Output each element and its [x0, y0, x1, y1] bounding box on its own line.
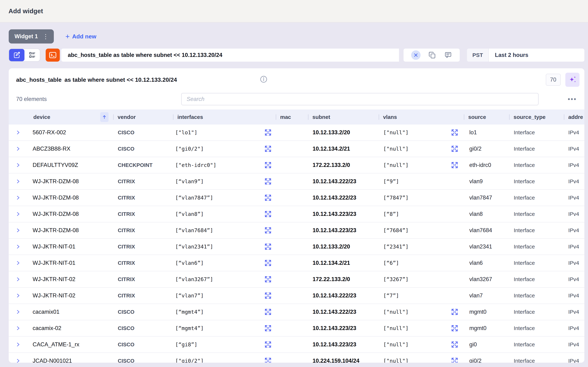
cell-device: CACA_ATME-1_rx	[29, 337, 113, 352]
result-count-badge[interactable]: 70	[546, 74, 561, 86]
expand-arrows-icon[interactable]	[264, 178, 272, 185]
expand-arrows-icon[interactable]	[264, 341, 272, 348]
expand-arrows-icon[interactable]	[264, 308, 272, 316]
expand-arrows-icon[interactable]	[264, 259, 272, 267]
expand-arrows-icon[interactable]	[451, 161, 458, 169]
expand-arrows-icon[interactable]	[264, 129, 272, 136]
cell-source: vlan7847	[464, 190, 509, 206]
query-text: abc_hosts_table as table where subnet <<…	[68, 52, 222, 58]
cell-source-type: Interface	[509, 174, 564, 189]
header-source[interactable]: source	[464, 109, 509, 125]
cell-interfaces-value: [“gi8”]	[175, 342, 197, 348]
expand-arrows-icon[interactable]	[451, 325, 458, 332]
row-expand-chevron[interactable]	[9, 288, 29, 304]
cell-vlans-value: [“6”]	[383, 260, 399, 266]
header-interfaces[interactable]: interfaces	[173, 109, 276, 125]
row-expand-chevron[interactable]	[9, 190, 29, 206]
cell-interfaces: ["eth-idrc0"]	[173, 157, 276, 173]
expand-arrows-icon[interactable]	[264, 226, 272, 234]
cell-device: WJ-JKTR-NIT-01	[29, 255, 113, 271]
cell-vendor: CITRIX	[113, 255, 173, 271]
cell-source: gi0	[464, 337, 509, 352]
cell-vlans-value: [“3267”]	[383, 276, 409, 282]
expand-arrows-icon[interactable]	[264, 243, 272, 250]
header-mac[interactable]: mac	[276, 109, 308, 125]
table-header-row: device vendor interfaces mac subnet vlan…	[9, 109, 584, 125]
table-row: cacamix01 CISCO [“mgmt4”] 10.12.143.222/…	[9, 304, 584, 320]
cell-mac	[276, 190, 308, 206]
cell-interfaces-value: ["gi0/2"]	[175, 358, 204, 363]
row-expand-chevron[interactable]	[9, 125, 29, 141]
expand-arrows-icon[interactable]	[264, 275, 272, 283]
timezone-chip[interactable]: PST	[467, 49, 489, 62]
cell-interfaces-value: [“mgmt4”]	[175, 309, 204, 315]
header-subnet[interactable]: subnet	[308, 109, 379, 125]
kebab-menu-icon[interactable]: ⋮	[42, 33, 49, 40]
header-addr[interactable]: addre	[564, 109, 584, 125]
expand-arrows-icon[interactable]	[264, 357, 272, 363]
expand-arrows-icon[interactable]	[264, 210, 272, 218]
expand-arrows-icon[interactable]	[451, 129, 458, 136]
query-input[interactable]: abc_hosts_table as table where subnet <<…	[61, 49, 399, 62]
header-vendor[interactable]: vendor	[113, 109, 173, 125]
row-expand-chevron[interactable]	[9, 353, 29, 363]
expand-arrows-icon[interactable]	[451, 308, 458, 316]
form-view-button[interactable]	[25, 49, 40, 61]
cell-interfaces: [“vlan7684”]	[173, 222, 276, 238]
row-expand-chevron[interactable]	[9, 206, 29, 222]
header-source-type[interactable]: source_type	[509, 109, 564, 125]
row-expand-chevron[interactable]	[9, 222, 29, 238]
expand-arrows-icon[interactable]	[264, 161, 272, 169]
expand-arrows-icon[interactable]	[264, 292, 272, 299]
cell-subnet: 172.22.133.2/0	[308, 157, 379, 173]
cell-subnet: 10.12.143.222/23	[308, 288, 379, 304]
row-expand-chevron[interactable]	[9, 157, 29, 173]
cell-interfaces-value: [“vlan7847”]	[175, 195, 213, 201]
cell-interfaces-value: [“mgmt4”]	[175, 325, 204, 331]
edit-mode-button[interactable]	[9, 49, 25, 61]
sort-ascending-icon[interactable]	[100, 112, 108, 122]
info-circle-icon[interactable]	[260, 75, 268, 83]
header-device[interactable]: device	[29, 109, 113, 125]
row-expand-chevron[interactable]	[9, 141, 29, 157]
expand-arrows-icon[interactable]	[264, 325, 272, 332]
cell-addr: IPv4	[564, 255, 584, 271]
cell-subnet: 10.12.143.223/23	[308, 222, 379, 238]
clear-query-button[interactable]	[411, 50, 421, 60]
time-range-picker[interactable]: PST Last 2 hours	[467, 49, 584, 62]
more-options-button[interactable]: •••	[568, 95, 577, 103]
expand-arrows-icon[interactable]	[451, 145, 458, 153]
row-expand-chevron[interactable]	[9, 304, 29, 320]
cell-vendor: CITRIX	[113, 206, 173, 222]
row-expand-chevron[interactable]	[9, 174, 29, 189]
expand-arrows-icon[interactable]	[264, 194, 272, 201]
cell-mac	[276, 157, 308, 173]
header-expander-column	[9, 109, 29, 125]
cell-source: vlan3267	[464, 271, 509, 287]
expand-arrows-icon[interactable]	[451, 341, 458, 348]
tab-widget-1[interactable]: Widget 1 ⋮	[9, 29, 54, 43]
header-vlans[interactable]: vlans	[379, 109, 464, 125]
cell-mac	[276, 206, 308, 222]
cell-vlans: [“8”]	[379, 206, 464, 222]
comment-icon[interactable]	[444, 51, 452, 59]
expand-arrows-icon[interactable]	[451, 357, 458, 363]
copy-icon[interactable]	[428, 51, 436, 59]
row-expand-chevron[interactable]	[9, 337, 29, 352]
row-expand-chevron[interactable]	[9, 239, 29, 255]
row-expand-chevron[interactable]	[9, 271, 29, 287]
query-language-button[interactable]	[46, 49, 60, 62]
expand-arrows-icon[interactable]	[264, 145, 272, 153]
search-input[interactable]	[181, 93, 538, 105]
query-toolbar: abc_hosts_table as table where subnet <<…	[9, 49, 584, 62]
row-expand-chevron[interactable]	[9, 255, 29, 271]
view-mode-segmented-control	[9, 49, 40, 62]
cell-vlans-value: [“2341”]	[383, 244, 409, 250]
cell-mac	[276, 255, 308, 271]
add-new-widget-button[interactable]: + Add new	[66, 33, 96, 40]
cell-addr: IPv4	[564, 141, 584, 157]
chevron-right-icon	[15, 179, 21, 184]
row-expand-chevron[interactable]	[9, 320, 29, 336]
cell-vlans-value: [“9”]	[383, 178, 399, 184]
ai-assistant-button[interactable]	[565, 73, 580, 87]
